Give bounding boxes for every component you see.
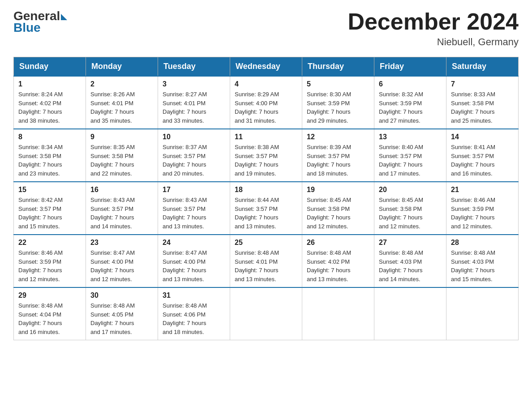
calendar-week-row: 8 Sunrise: 8:34 AM Sunset: 3:58 PM Dayli… bbox=[14, 129, 519, 182]
calendar-day-cell: 24 Sunrise: 8:47 AM Sunset: 4:00 PM Dayl… bbox=[158, 235, 230, 287]
day-number: 30 bbox=[90, 291, 153, 300]
day-info: Sunrise: 8:30 AM Sunset: 3:59 PM Dayligh… bbox=[307, 90, 369, 125]
day-number: 24 bbox=[163, 239, 225, 247]
calendar-day-cell: 27 Sunrise: 8:48 AM Sunset: 4:03 PM Dayl… bbox=[374, 235, 446, 287]
logo: General Blue bbox=[13, 9, 67, 35]
day-number: 10 bbox=[163, 133, 225, 141]
day-info: Sunrise: 8:45 AM Sunset: 3:58 PM Dayligh… bbox=[307, 196, 369, 231]
calendar-day-cell: 30 Sunrise: 8:48 AM Sunset: 4:05 PM Dayl… bbox=[86, 287, 158, 340]
calendar-day-cell bbox=[374, 287, 446, 340]
calendar-weekday-header: Monday bbox=[86, 57, 158, 77]
page-header: General Blue December 2024 Niebuell, Ger… bbox=[13, 9, 519, 48]
calendar-day-cell: 17 Sunrise: 8:43 AM Sunset: 3:57 PM Dayl… bbox=[158, 182, 230, 235]
day-info: Sunrise: 8:29 AM Sunset: 4:00 PM Dayligh… bbox=[235, 90, 297, 125]
day-info: Sunrise: 8:35 AM Sunset: 3:58 PM Dayligh… bbox=[90, 143, 153, 178]
day-info: Sunrise: 8:48 AM Sunset: 4:04 PM Dayligh… bbox=[18, 301, 81, 336]
calendar-weekday-header: Sunday bbox=[14, 57, 86, 77]
day-number: 22 bbox=[18, 239, 81, 247]
calendar-day-cell: 11 Sunrise: 8:38 AM Sunset: 3:57 PM Dayl… bbox=[230, 129, 302, 182]
day-number: 12 bbox=[307, 133, 369, 141]
location-label: Niebuell, Germany bbox=[348, 36, 519, 48]
calendar-weekday-header: Friday bbox=[374, 57, 446, 77]
calendar-day-cell bbox=[230, 287, 302, 340]
calendar-day-cell: 4 Sunrise: 8:29 AM Sunset: 4:00 PM Dayli… bbox=[230, 76, 302, 129]
day-info: Sunrise: 8:34 AM Sunset: 3:58 PM Dayligh… bbox=[18, 143, 81, 178]
day-number: 2 bbox=[90, 80, 153, 88]
day-number: 9 bbox=[90, 133, 153, 141]
day-number: 15 bbox=[18, 186, 81, 194]
calendar-day-cell: 7 Sunrise: 8:33 AM Sunset: 3:58 PM Dayli… bbox=[446, 76, 519, 129]
day-info: Sunrise: 8:39 AM Sunset: 3:57 PM Dayligh… bbox=[307, 143, 369, 178]
day-info: Sunrise: 8:44 AM Sunset: 3:57 PM Dayligh… bbox=[235, 196, 297, 231]
calendar-day-cell: 3 Sunrise: 8:27 AM Sunset: 4:01 PM Dayli… bbox=[158, 76, 230, 129]
day-info: Sunrise: 8:33 AM Sunset: 3:58 PM Dayligh… bbox=[451, 90, 514, 125]
calendar-week-row: 1 Sunrise: 8:24 AM Sunset: 4:02 PM Dayli… bbox=[14, 76, 519, 129]
day-number: 25 bbox=[235, 239, 297, 247]
calendar-day-cell: 23 Sunrise: 8:47 AM Sunset: 4:00 PM Dayl… bbox=[86, 235, 158, 287]
calendar-day-cell: 25 Sunrise: 8:48 AM Sunset: 4:01 PM Dayl… bbox=[230, 235, 302, 287]
calendar-day-cell: 15 Sunrise: 8:42 AM Sunset: 3:57 PM Dayl… bbox=[14, 182, 86, 235]
day-number: 19 bbox=[307, 186, 369, 194]
calendar-day-cell: 28 Sunrise: 8:48 AM Sunset: 4:03 PM Dayl… bbox=[446, 235, 519, 287]
calendar-day-cell: 21 Sunrise: 8:46 AM Sunset: 3:59 PM Dayl… bbox=[446, 182, 519, 235]
calendar-weekday-header: Thursday bbox=[302, 57, 374, 77]
calendar-week-row: 15 Sunrise: 8:42 AM Sunset: 3:57 PM Dayl… bbox=[14, 182, 519, 235]
day-number: 4 bbox=[235, 80, 297, 88]
calendar-week-row: 29 Sunrise: 8:48 AM Sunset: 4:04 PM Dayl… bbox=[14, 287, 519, 340]
day-info: Sunrise: 8:48 AM Sunset: 4:02 PM Dayligh… bbox=[307, 248, 369, 283]
day-number: 14 bbox=[451, 133, 514, 141]
calendar-weekday-header: Wednesday bbox=[230, 57, 302, 77]
calendar-week-row: 22 Sunrise: 8:46 AM Sunset: 3:59 PM Dayl… bbox=[14, 235, 519, 287]
calendar-table: SundayMondayTuesdayWednesdayThursdayFrid… bbox=[13, 57, 519, 340]
calendar-weekday-header: Tuesday bbox=[158, 57, 230, 77]
day-info: Sunrise: 8:45 AM Sunset: 3:58 PM Dayligh… bbox=[379, 196, 442, 231]
calendar-day-cell: 1 Sunrise: 8:24 AM Sunset: 4:02 PM Dayli… bbox=[14, 76, 86, 129]
calendar-day-cell: 8 Sunrise: 8:34 AM Sunset: 3:58 PM Dayli… bbox=[14, 129, 86, 182]
calendar-day-cell: 5 Sunrise: 8:30 AM Sunset: 3:59 PM Dayli… bbox=[302, 76, 374, 129]
day-number: 20 bbox=[379, 186, 442, 194]
day-number: 23 bbox=[90, 239, 153, 247]
day-number: 8 bbox=[18, 133, 81, 141]
logo-blue-label: Blue bbox=[13, 21, 41, 35]
day-info: Sunrise: 8:38 AM Sunset: 3:57 PM Dayligh… bbox=[235, 143, 297, 178]
logo-arrow-icon bbox=[61, 14, 67, 20]
day-number: 13 bbox=[379, 133, 442, 141]
day-info: Sunrise: 8:48 AM Sunset: 4:06 PM Dayligh… bbox=[163, 301, 225, 336]
day-info: Sunrise: 8:40 AM Sunset: 3:57 PM Dayligh… bbox=[379, 143, 442, 178]
day-number: 5 bbox=[307, 80, 369, 88]
day-info: Sunrise: 8:48 AM Sunset: 4:03 PM Dayligh… bbox=[379, 248, 442, 283]
day-info: Sunrise: 8:48 AM Sunset: 4:01 PM Dayligh… bbox=[235, 248, 297, 283]
day-number: 28 bbox=[451, 239, 514, 247]
calendar-day-cell: 13 Sunrise: 8:40 AM Sunset: 3:57 PM Dayl… bbox=[374, 129, 446, 182]
day-number: 11 bbox=[235, 133, 297, 141]
day-info: Sunrise: 8:46 AM Sunset: 3:59 PM Dayligh… bbox=[451, 196, 514, 231]
day-info: Sunrise: 8:41 AM Sunset: 3:57 PM Dayligh… bbox=[451, 143, 514, 178]
day-info: Sunrise: 8:48 AM Sunset: 4:03 PM Dayligh… bbox=[451, 248, 514, 283]
day-info: Sunrise: 8:32 AM Sunset: 3:59 PM Dayligh… bbox=[379, 90, 442, 125]
day-number: 17 bbox=[163, 186, 225, 194]
title-section: December 2024 Niebuell, Germany bbox=[348, 9, 519, 48]
calendar-day-cell bbox=[446, 287, 519, 340]
day-number: 27 bbox=[379, 239, 442, 247]
day-number: 7 bbox=[451, 80, 514, 88]
day-info: Sunrise: 8:43 AM Sunset: 3:57 PM Dayligh… bbox=[90, 196, 153, 231]
calendar-day-cell: 26 Sunrise: 8:48 AM Sunset: 4:02 PM Dayl… bbox=[302, 235, 374, 287]
calendar-day-cell: 19 Sunrise: 8:45 AM Sunset: 3:58 PM Dayl… bbox=[302, 182, 374, 235]
day-number: 29 bbox=[18, 291, 81, 300]
day-info: Sunrise: 8:27 AM Sunset: 4:01 PM Dayligh… bbox=[163, 90, 225, 125]
day-number: 21 bbox=[451, 186, 514, 194]
calendar-header-row: SundayMondayTuesdayWednesdayThursdayFrid… bbox=[14, 57, 519, 77]
day-info: Sunrise: 8:42 AM Sunset: 3:57 PM Dayligh… bbox=[18, 196, 81, 231]
day-info: Sunrise: 8:37 AM Sunset: 3:57 PM Dayligh… bbox=[163, 143, 225, 178]
day-info: Sunrise: 8:46 AM Sunset: 3:59 PM Dayligh… bbox=[18, 248, 81, 283]
day-number: 26 bbox=[307, 239, 369, 247]
calendar-day-cell: 2 Sunrise: 8:26 AM Sunset: 4:01 PM Dayli… bbox=[86, 76, 158, 129]
day-info: Sunrise: 8:43 AM Sunset: 3:57 PM Dayligh… bbox=[163, 196, 225, 231]
day-number: 18 bbox=[235, 186, 297, 194]
month-title: December 2024 bbox=[348, 9, 519, 34]
day-number: 1 bbox=[18, 80, 81, 88]
calendar-weekday-header: Saturday bbox=[446, 57, 519, 77]
calendar-day-cell: 6 Sunrise: 8:32 AM Sunset: 3:59 PM Dayli… bbox=[374, 76, 446, 129]
calendar-day-cell: 16 Sunrise: 8:43 AM Sunset: 3:57 PM Dayl… bbox=[86, 182, 158, 235]
calendar-day-cell: 22 Sunrise: 8:46 AM Sunset: 3:59 PM Dayl… bbox=[14, 235, 86, 287]
